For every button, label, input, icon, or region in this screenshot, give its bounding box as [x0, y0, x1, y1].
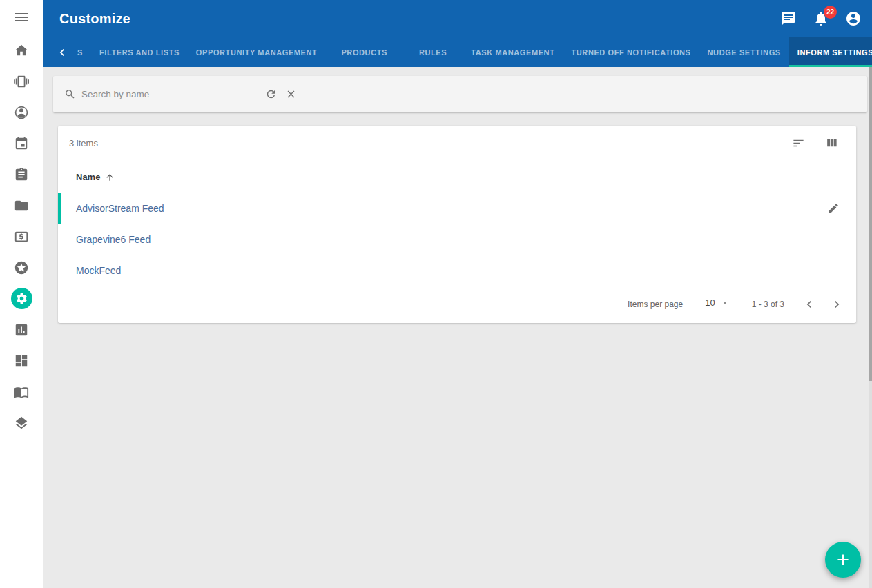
vibration-icon: [14, 74, 29, 89]
tab-opportunity-management[interactable]: OPPORTUNITY MANAGEMENT: [188, 37, 326, 67]
search-panel: [53, 76, 867, 112]
scrollbar-thumb[interactable]: [869, 67, 872, 381]
items-per-page-select[interactable]: 10: [699, 297, 729, 311]
plus-icon: [834, 551, 852, 569]
sidebar-item-dashboard[interactable]: [0, 345, 43, 376]
table-toolbar: 3 items: [58, 126, 856, 161]
money-icon: [14, 229, 29, 244]
items-per-page-label: Items per page: [628, 300, 683, 309]
feed-name-link[interactable]: AdvisorStream Feed: [76, 203, 164, 214]
refresh-button[interactable]: [265, 88, 277, 100]
table-row[interactable]: Grapevine6 Feed: [58, 224, 856, 255]
sidebar-item-engagement[interactable]: [0, 66, 43, 97]
search-icon: [64, 88, 76, 100]
tab-task-management[interactable]: TASK MANAGEMENT: [463, 37, 563, 67]
tab-rules[interactable]: RULES: [411, 37, 455, 67]
chevron-left-icon: [55, 46, 69, 59]
chevron-left-icon: [802, 297, 816, 311]
bar-chart-icon: [14, 322, 29, 337]
tabs-scroll-left-button[interactable]: [55, 37, 69, 67]
star-circle-icon: [14, 260, 29, 275]
notification-badge: 22: [824, 6, 837, 19]
calendar-icon: [14, 136, 29, 151]
tab-inform-settings[interactable]: INFORM SETTINGS: [789, 37, 872, 67]
profile-button[interactable]: [845, 10, 862, 27]
clipboard-icon: [14, 167, 29, 182]
tab-products[interactable]: PRODUCTS: [333, 37, 396, 67]
app-header: Customize 22 S FILTERS AND LISTS OPPORTU…: [43, 0, 872, 67]
sidebar-item-home[interactable]: [0, 35, 43, 66]
arrow-up-icon: [105, 173, 115, 182]
clear-search-button[interactable]: [285, 88, 297, 100]
tab-filters-and-lists[interactable]: FILTERS AND LISTS: [91, 37, 188, 67]
tab-s[interactable]: S: [69, 37, 91, 67]
sidebar-item-reports[interactable]: [0, 314, 43, 345]
search-input[interactable]: [81, 89, 257, 99]
menu-icon: [13, 9, 30, 26]
tab-bar: S FILTERS AND LISTS OPPORTUNITY MANAGEME…: [43, 37, 872, 67]
paginator: Items per page 10 1 - 3 of 3: [58, 286, 856, 322]
sidebar-item-favorites[interactable]: [0, 252, 43, 283]
book-icon: [14, 384, 29, 400]
sort-icon: [792, 137, 805, 150]
refresh-icon: [265, 88, 277, 100]
settings-gear-icon: [11, 288, 32, 309]
page-range-label: 1 - 3 of 3: [752, 300, 784, 309]
sidebar-item-layers[interactable]: [0, 407, 43, 438]
search-field: [81, 83, 297, 106]
next-page-button[interactable]: [823, 291, 851, 318]
feed-name-link[interactable]: Grapevine6 Feed: [76, 234, 151, 245]
layers-icon: [14, 415, 29, 431]
edit-button[interactable]: [823, 198, 844, 219]
feed-name-link[interactable]: MockFeed: [76, 265, 121, 276]
person-icon: [14, 105, 29, 120]
columns-button[interactable]: [825, 137, 838, 150]
page-size-value: 10: [705, 297, 715, 308]
folder-icon: [14, 198, 29, 213]
account-circle-icon: [845, 10, 862, 27]
close-icon: [285, 88, 297, 100]
notifications-button[interactable]: 22: [813, 10, 829, 27]
sidebar-item-contacts[interactable]: [0, 97, 43, 128]
sidebar: [0, 0, 43, 588]
chat-icon: [780, 10, 797, 27]
sidebar-item-tasks[interactable]: [0, 159, 43, 190]
feeds-table-card: 3 items Name AdvisorStream Feed Grapevin…: [58, 126, 856, 323]
dropdown-arrow-icon: [721, 300, 728, 306]
page-title: Customize: [59, 11, 780, 27]
sort-button[interactable]: [792, 137, 805, 150]
tab-nudge-settings[interactable]: NUDGE SETTINGS: [699, 37, 789, 67]
previous-page-button[interactable]: [795, 291, 823, 318]
dashboard-icon: [14, 353, 29, 369]
sidebar-item-billing[interactable]: [0, 221, 43, 252]
items-count: 3 items: [69, 138, 792, 148]
home-icon: [14, 43, 29, 58]
edit-pencil-icon: [827, 202, 840, 215]
sidebar-item-calendar[interactable]: [0, 128, 43, 159]
view-columns-icon: [825, 137, 838, 150]
table-row[interactable]: MockFeed: [58, 255, 856, 286]
tab-turned-off-notifications[interactable]: TURNED OFF NOTIFICATIONS: [563, 37, 699, 67]
sidebar-item-files[interactable]: [0, 190, 43, 221]
hamburger-menu-button[interactable]: [0, 0, 43, 35]
chevron-right-icon: [830, 297, 844, 311]
table-row[interactable]: AdvisorStream Feed: [58, 193, 856, 224]
column-label: Name: [76, 172, 100, 182]
chat-button[interactable]: [780, 10, 797, 27]
column-header-name[interactable]: Name: [58, 161, 856, 193]
sidebar-item-library[interactable]: [0, 376, 43, 407]
add-feed-fab[interactable]: [825, 542, 861, 578]
sidebar-item-settings[interactable]: [0, 283, 43, 314]
